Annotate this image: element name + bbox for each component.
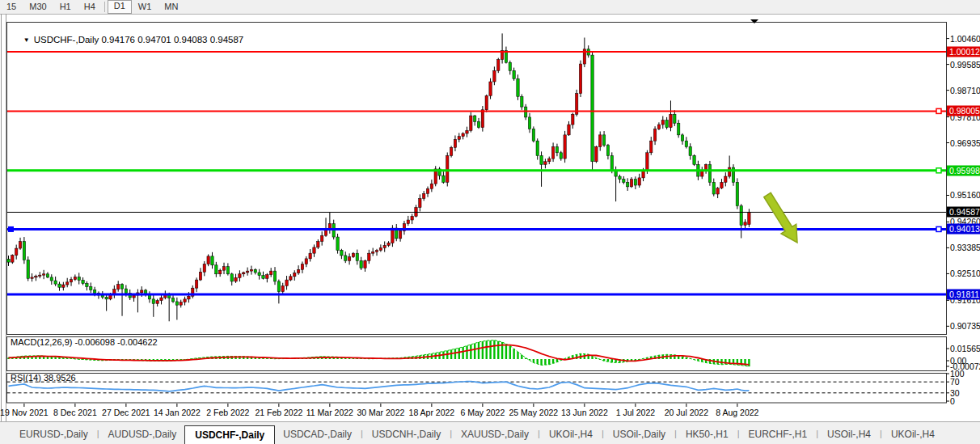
- price-axis-tick: 0.93385: [950, 243, 980, 252]
- symbol-tab-ukoil-h4[interactable]: UKOil-,H4: [541, 425, 601, 444]
- price-level-badge: 1.00012: [947, 46, 980, 57]
- price-axis-tick: 0.90735: [950, 321, 980, 331]
- symbol-tab-usdchf-daily[interactable]: USDCHF-,Daily: [184, 425, 275, 444]
- date-axis-label: 11 Mar 2022: [306, 408, 353, 417]
- date-axis-label: 8 Aug 2022: [716, 408, 758, 417]
- end-marker-icon: [750, 19, 758, 23]
- symbol-tab-usoil-h4[interactable]: USOil-,H4: [819, 425, 879, 444]
- date-axis-label: 19 Nov 2021: [0, 408, 49, 417]
- rsi-label: RSI(14) 38.9526: [11, 373, 76, 383]
- symbol-tab-usdcad-daily[interactable]: USDCAD-,Daily: [275, 425, 360, 444]
- price-axis-tick: 0.99585: [950, 60, 980, 70]
- date-axis-label: 25 May 2022: [509, 408, 559, 417]
- candlestick-series: [7, 33, 750, 321]
- symbol-tab-ukoil-h4[interactable]: UKOil-,H4: [883, 425, 943, 444]
- symbol-tab-eurusd-daily[interactable]: EURUSD-,Daily: [11, 425, 96, 444]
- symbol-tab-xauusd-daily[interactable]: XAUUSD-,Daily: [453, 425, 537, 444]
- price-level-badge: 0.91811: [947, 289, 980, 299]
- symbol-tab-eurchf-h1[interactable]: EURCHF-,H1: [741, 425, 816, 444]
- chart-symbol-label: USDCHF-,Daily: [34, 35, 99, 44]
- symbol-tabs-bar: EURUSD-,Daily|AUDUSD-,DailyUSDCHF-,Daily…: [0, 421, 980, 444]
- date-axis-label: 18 Apr 2022: [409, 408, 455, 417]
- down-arrow-annotation[interactable]: [764, 192, 797, 243]
- chart-title: ▼USDCHF-,Daily 0.94176 0.94701 0.94083 0…: [13, 25, 243, 54]
- price-level-badge: 0.95998: [947, 165, 980, 175]
- price-axis-tick: 0.96935: [950, 138, 980, 148]
- price-level-badge: 0.94587: [947, 207, 980, 218]
- price-axis-tick: 1.00460: [950, 34, 980, 44]
- price-axis-tick: 0.95160: [950, 190, 980, 200]
- date-axis-label: 8 Dec 2021: [53, 408, 97, 417]
- date-axis-label: 21 Feb 2022: [255, 408, 302, 417]
- chart-canvas[interactable]: [0, 0, 980, 444]
- price-level-badge: 0.98005: [947, 106, 980, 116]
- terminal-window: 15M30H1H4D1W1MN ▼USDCHF-,Daily 0.94176 0…: [0, 0, 980, 444]
- date-axis-label: 27 Dec 2021: [102, 408, 150, 417]
- price-axis-tick: 0.98710: [950, 86, 980, 95]
- symbol-tab-usdcnh-daily[interactable]: USDCNH-,Daily: [364, 425, 449, 444]
- date-axis-label: 1 Jul 2022: [616, 408, 655, 417]
- symbol-tab-usoil-daily[interactable]: USOil-,Daily: [605, 425, 674, 444]
- price-axis-tick: 0.92510: [950, 269, 980, 278]
- symbol-tab-hk50-h1[interactable]: HK50-,H1: [678, 425, 737, 444]
- symbol-tab-audusd-daily[interactable]: AUDUSD-,Daily: [100, 425, 185, 444]
- date-axis-label: 2 Feb 2022: [206, 408, 249, 417]
- rsi-axis-tick: 0: [950, 396, 955, 406]
- date-axis-label: 30 Mar 2022: [357, 408, 404, 417]
- date-axis-label: 14 Jan 2022: [154, 408, 201, 417]
- level-lines[interactable]: [7, 52, 946, 294]
- macd-label: MACD(12,26,9) -0.006098 -0.004622: [11, 337, 158, 347]
- macd-axis-tick: 0.015654: [950, 344, 980, 353]
- price-level-badge: 0.94013: [947, 224, 980, 235]
- date-axis-label: 13 Jun 2022: [561, 408, 608, 417]
- rsi-indicator: [7, 382, 947, 393]
- chevron-down-icon[interactable]: ▼: [23, 36, 30, 44]
- rsi-axis-tick: 70: [950, 377, 960, 387]
- date-axis-label: 6 May 2022: [460, 408, 505, 417]
- chart-ohlc-values: 0.94176 0.94701 0.94083 0.94587: [101, 35, 243, 44]
- date-axis-label: 20 Jul 2022: [665, 408, 708, 417]
